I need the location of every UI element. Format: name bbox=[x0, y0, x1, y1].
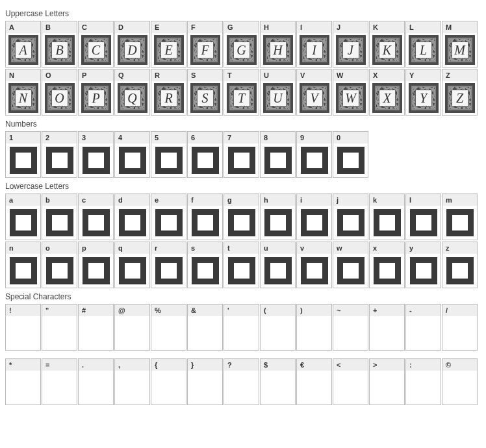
glyph-cell[interactable]: a bbox=[5, 193, 41, 240]
glyph-cell-body bbox=[261, 254, 295, 288]
glyph-cell[interactable]: w bbox=[333, 242, 368, 288]
glyph-cell[interactable]: 6 bbox=[187, 131, 223, 178]
glyph-cell[interactable]: © bbox=[442, 358, 478, 405]
glyph-cell[interactable]: # bbox=[78, 304, 114, 351]
glyph-cell[interactable]: m bbox=[442, 193, 478, 240]
glyph-cell[interactable]: i bbox=[296, 193, 332, 240]
glyph-cell[interactable]: < bbox=[333, 358, 368, 405]
glyph-cell[interactable]: 1 bbox=[5, 131, 41, 178]
glyph-cell[interactable]: s bbox=[187, 242, 223, 288]
glyph-cell[interactable]: € bbox=[296, 358, 332, 405]
decorative-glyph-letter: M bbox=[452, 42, 468, 58]
glyph-cell[interactable]: = bbox=[42, 358, 77, 405]
glyph-cell[interactable]: HH bbox=[260, 21, 296, 68]
glyph-cell[interactable]: : bbox=[405, 358, 441, 405]
glyph-cell[interactable]: z bbox=[442, 242, 478, 288]
glyph-cell-body bbox=[115, 206, 149, 240]
glyph-cell[interactable]: 5 bbox=[151, 131, 186, 178]
glyph-cell[interactable]: RR bbox=[151, 69, 186, 116]
glyph-cell[interactable]: YY bbox=[405, 69, 441, 116]
empty-glyph bbox=[335, 372, 366, 404]
glyph-cell[interactable]: t bbox=[224, 242, 259, 288]
glyph-cell[interactable]: u bbox=[260, 242, 296, 288]
glyph-cell[interactable]: PP bbox=[78, 69, 114, 116]
glyph-cell[interactable]: JJ bbox=[333, 21, 368, 68]
glyph-cell[interactable]: } bbox=[187, 358, 223, 405]
glyph-cell[interactable]: { bbox=[151, 358, 186, 405]
glyph-cell[interactable]: BB bbox=[42, 21, 77, 68]
glyph-cell[interactable]: 4 bbox=[114, 131, 150, 178]
glyph-cell[interactable]: h bbox=[260, 193, 296, 240]
glyph-cell-label: & bbox=[188, 305, 222, 316]
glyph-cell[interactable]: % bbox=[151, 304, 186, 351]
glyph-cell[interactable]: e bbox=[151, 193, 186, 240]
glyph-cell[interactable]: SS bbox=[187, 69, 223, 116]
glyph-cell[interactable]: AA bbox=[5, 21, 41, 68]
glyph-cell[interactable]: d bbox=[114, 193, 150, 240]
glyph-cell[interactable]: ZZ bbox=[442, 69, 478, 116]
glyph-cell[interactable]: 2 bbox=[42, 131, 77, 178]
glyph-cell[interactable]: k bbox=[369, 193, 405, 240]
glyph-cell[interactable]: f bbox=[187, 193, 223, 240]
glyph-cell[interactable]: 0 bbox=[333, 131, 368, 178]
glyph-cell[interactable]: ~ bbox=[333, 304, 368, 351]
glyph-cell[interactable]: 3 bbox=[78, 131, 114, 178]
glyph-cell[interactable]: y bbox=[405, 242, 441, 288]
glyph-cell[interactable]: ? bbox=[224, 358, 259, 405]
glyph-cell[interactable]: 8 bbox=[260, 131, 296, 178]
glyph-cell[interactable]: TT bbox=[224, 69, 259, 116]
glyph-cell-body bbox=[151, 206, 186, 240]
glyph-cell[interactable]: j bbox=[333, 193, 368, 240]
glyph-cell[interactable]: & bbox=[187, 304, 223, 351]
glyph-cell[interactable]: > bbox=[369, 358, 405, 405]
glyph-cell[interactable]: @ bbox=[114, 304, 150, 351]
glyph-cell[interactable]: EE bbox=[151, 21, 186, 68]
glyph-cell[interactable]: II bbox=[296, 21, 332, 68]
glyph-cell[interactable]: KK bbox=[369, 21, 405, 68]
glyph-cell[interactable]: NN bbox=[5, 69, 41, 116]
glyph-cell[interactable]: VV bbox=[296, 69, 332, 116]
glyph-cell[interactable]: n bbox=[5, 242, 41, 288]
decorative-glyph-letter: R bbox=[160, 90, 177, 106]
glyph-cell[interactable]: r bbox=[151, 242, 186, 288]
glyph-cell[interactable]: UU bbox=[260, 69, 296, 116]
glyph-cell-body bbox=[370, 316, 404, 351]
glyph-cell[interactable]: FF bbox=[187, 21, 223, 68]
glyph-cell[interactable]: ' bbox=[224, 304, 259, 351]
glyph-cell[interactable]: ) bbox=[296, 304, 332, 351]
glyph-cell[interactable]: + bbox=[369, 304, 405, 351]
glyph-cell[interactable]: 9 bbox=[296, 131, 332, 178]
glyph-cell[interactable]: 7 bbox=[224, 131, 259, 178]
glyph-cell[interactable]: ( bbox=[260, 304, 296, 351]
glyph-cell[interactable]: , bbox=[114, 358, 150, 405]
glyph-cell[interactable]: XX bbox=[369, 69, 405, 116]
glyph-cell[interactable]: QQ bbox=[114, 69, 150, 116]
glyph-cell[interactable]: v bbox=[296, 242, 332, 288]
glyph-cell[interactable]: DD bbox=[114, 21, 150, 68]
glyph-cell-body bbox=[224, 316, 259, 351]
glyph-cell[interactable]: LL bbox=[405, 21, 441, 68]
glyph-cell[interactable]: OO bbox=[42, 69, 77, 116]
glyph-cell[interactable]: MM bbox=[442, 21, 478, 68]
glyph-cell[interactable]: GG bbox=[224, 21, 259, 68]
glyph-cell[interactable]: o bbox=[42, 242, 77, 288]
glyph-cell[interactable]: l bbox=[405, 193, 441, 240]
glyph-cell[interactable]: g bbox=[224, 193, 259, 240]
missing-glyph-icon bbox=[155, 147, 183, 174]
glyph-cell[interactable]: * bbox=[5, 358, 41, 405]
glyph-cell[interactable]: / bbox=[442, 304, 478, 351]
glyph-cell[interactable]: b bbox=[42, 193, 77, 240]
glyph-cell[interactable]: ! bbox=[5, 304, 41, 351]
glyph-cell-label: Y bbox=[406, 69, 441, 81]
glyph-cell[interactable]: WW bbox=[333, 69, 368, 116]
glyph-cell[interactable]: . bbox=[78, 358, 114, 405]
glyph-cell[interactable]: - bbox=[405, 304, 441, 351]
lowercase-grid: abcdefghijklm nopqrstuvwxyz bbox=[5, 193, 481, 288]
glyph-cell[interactable]: CC bbox=[78, 21, 114, 68]
glyph-cell[interactable]: q bbox=[114, 242, 150, 288]
glyph-cell[interactable]: x bbox=[369, 242, 405, 288]
glyph-cell[interactable]: c bbox=[78, 193, 114, 240]
glyph-cell[interactable]: $ bbox=[260, 358, 296, 405]
glyph-cell[interactable]: p bbox=[78, 242, 114, 288]
glyph-cell[interactable]: " bbox=[42, 304, 77, 351]
